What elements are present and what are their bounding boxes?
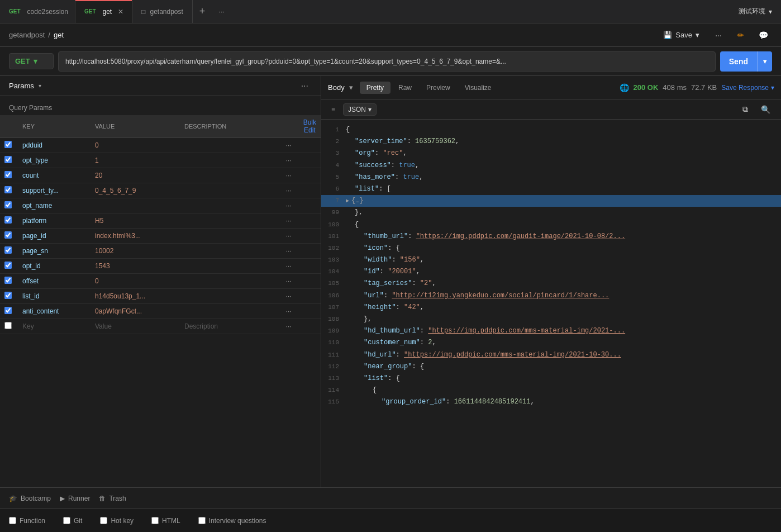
tab-getandpost[interactable]: □ getandpost: [132, 0, 193, 23]
json-link[interactable]: "http://t12img.yangkeduo.com/social/pinc…: [392, 292, 609, 300]
wrap-button[interactable]: ≡: [328, 104, 339, 115]
row-checkbox[interactable]: [4, 322, 12, 329]
row-value[interactable]: H5: [91, 213, 180, 229]
row-description[interactable]: [180, 183, 279, 198]
tab-pretty[interactable]: Pretty: [360, 82, 390, 94]
row-key[interactable]: Key: [18, 319, 91, 334]
method-selector[interactable]: GET ▾: [9, 53, 54, 69]
row-value[interactable]: 1543: [91, 259, 180, 274]
row-delete[interactable]: [299, 289, 321, 304]
row-more[interactable]: ···: [279, 213, 299, 229]
row-more[interactable]: ···: [279, 198, 299, 213]
row-description[interactable]: [180, 274, 279, 289]
row-value[interactable]: 1: [91, 153, 180, 168]
tab-visualize[interactable]: Visualize: [458, 82, 498, 94]
row-checkbox[interactable]: [4, 277, 12, 284]
row-delete[interactable]: [299, 153, 321, 168]
tab-add-button[interactable]: +: [193, 0, 212, 23]
row-checkbox[interactable]: [4, 292, 12, 299]
trash-item[interactable]: 🗑 Trash: [99, 495, 126, 502]
row-value[interactable]: 10002: [91, 244, 180, 259]
checkbox-interview[interactable]: Interview questions: [198, 517, 266, 525]
tab-more-button[interactable]: ···: [212, 0, 231, 23]
json-link[interactable]: "https://img.pddpic.com/gaudit-image/202…: [416, 232, 625, 240]
row-checkbox[interactable]: [4, 307, 12, 314]
row-key[interactable]: support_ty...: [18, 183, 91, 198]
row-value[interactable]: 0: [91, 138, 180, 153]
row-key[interactable]: offset: [18, 274, 91, 289]
row-description[interactable]: [180, 198, 279, 213]
bulk-edit-button[interactable]: Bulk Edit: [303, 118, 316, 134]
row-description[interactable]: [180, 213, 279, 229]
search-button[interactable]: 🔍: [756, 101, 774, 118]
row-more[interactable]: ···: [279, 274, 299, 289]
git-checkbox[interactable]: [63, 517, 70, 524]
checkbox-function[interactable]: Function: [9, 517, 45, 525]
row-delete[interactable]: [299, 183, 321, 198]
row-more[interactable]: ···: [279, 304, 299, 319]
row-value[interactable]: [91, 198, 180, 213]
row-delete[interactable]: [299, 304, 321, 319]
row-delete[interactable]: [299, 259, 321, 274]
row-more[interactable]: ···: [279, 244, 299, 259]
row-key[interactable]: opt_name: [18, 198, 91, 213]
row-delete[interactable]: [299, 319, 321, 334]
row-value[interactable]: 0: [91, 274, 180, 289]
row-checkbox[interactable]: [4, 231, 12, 239]
row-key[interactable]: count: [18, 168, 91, 183]
row-key[interactable]: opt_type: [18, 153, 91, 168]
tab-code2session[interactable]: GET code2session: [0, 0, 75, 23]
row-description[interactable]: [180, 289, 279, 304]
tab-get[interactable]: GET get ✕: [75, 0, 132, 23]
params-more-button[interactable]: ···: [298, 80, 312, 92]
row-key[interactable]: pdduid: [18, 138, 91, 153]
row-more[interactable]: ···: [279, 289, 299, 304]
row-checkbox[interactable]: [4, 141, 12, 148]
row-description[interactable]: [180, 168, 279, 183]
json-link[interactable]: "https://img.pddpic.com/mms-material-img…: [404, 351, 621, 359]
save-button[interactable]: 💾 Save ▾: [658, 28, 705, 41]
comment-button[interactable]: 💬: [754, 26, 772, 44]
row-key[interactable]: list_id: [18, 289, 91, 304]
hotkey-checkbox[interactable]: [100, 517, 107, 524]
row-key[interactable]: page_sn: [18, 244, 91, 259]
row-delete[interactable]: [299, 213, 321, 229]
function-checkbox[interactable]: [9, 517, 16, 524]
send-button[interactable]: Send ▾: [720, 51, 772, 72]
tab-preview[interactable]: Preview: [420, 82, 457, 94]
runner-item[interactable]: ▶ Runner: [60, 495, 90, 502]
row-more[interactable]: ···: [279, 138, 299, 153]
breadcrumb-parent[interactable]: getandpost: [9, 31, 45, 39]
row-description[interactable]: [180, 138, 279, 153]
checkbox-git[interactable]: Git: [63, 517, 82, 525]
tab-close-button[interactable]: ✕: [116, 7, 125, 16]
row-delete[interactable]: [299, 138, 321, 153]
row-value[interactable]: index.html%3...: [91, 229, 180, 244]
row-description[interactable]: Description: [180, 319, 279, 334]
row-delete[interactable]: [299, 168, 321, 183]
bootcamp-item[interactable]: 🎓 Bootcamp: [9, 495, 51, 502]
row-description[interactable]: [180, 244, 279, 259]
row-key[interactable]: anti_content: [18, 304, 91, 319]
row-checkbox[interactable]: [4, 186, 12, 193]
row-more[interactable]: ···: [279, 153, 299, 168]
row-delete[interactable]: [299, 244, 321, 259]
row-key[interactable]: platform: [18, 213, 91, 229]
html-checkbox[interactable]: [151, 517, 159, 524]
copy-button[interactable]: ⧉: [736, 101, 754, 118]
interview-checkbox[interactable]: [198, 517, 206, 524]
json-link[interactable]: "https://img.pddpic.com/mms-material-img…: [428, 327, 625, 335]
checkbox-hotkey[interactable]: Hot key: [100, 517, 134, 525]
row-delete[interactable]: [299, 229, 321, 244]
row-checkbox[interactable]: [4, 201, 12, 208]
row-more[interactable]: ···: [279, 168, 299, 183]
row-value[interactable]: 0apWfqnFGct...: [91, 304, 180, 319]
more-options-button[interactable]: ···: [709, 26, 727, 44]
row-checkbox[interactable]: [4, 262, 12, 269]
row-description[interactable]: [180, 259, 279, 274]
row-checkbox[interactable]: [4, 216, 12, 224]
format-selector[interactable]: JSON ▾: [343, 103, 377, 116]
row-description[interactable]: [180, 304, 279, 319]
send-dropdown-icon[interactable]: ▾: [757, 51, 772, 72]
params-chevron-icon[interactable]: ▾: [39, 83, 41, 89]
